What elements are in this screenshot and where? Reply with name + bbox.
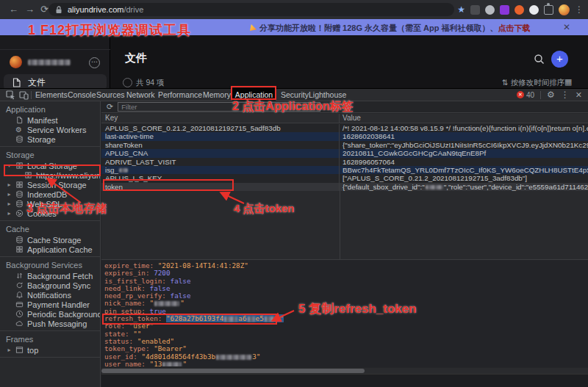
- sidebar-item-cache-storage[interactable]: Cache Storage: [0, 235, 100, 245]
- annotation-step2: 2 点击Application标签: [232, 99, 353, 115]
- device-toolbar-icon[interactable]: [19, 90, 29, 100]
- user-avatar[interactable]: [10, 56, 22, 68]
- banner-main-text: 分享功能开放啦！附赠 128G 永久容量（需至 App 福利社领取）、: [259, 23, 498, 32]
- preview-entry-state[interactable]: state: "": [104, 330, 588, 338]
- address-bar[interactable]: aliyundrive.com/drive: [49, 3, 454, 16]
- table-row-aplus-s-core-0-21-2-20210812192715-5adf83db[interactable]: APLUS_S_CORE_0.21.2_20210812192715_5adf8…: [101, 124, 588, 132]
- devtools-controls: ✕40 ⚙ ⋮ ✕: [517, 89, 582, 101]
- text-fragment: "2021-08-14T14:41:28Z": [158, 261, 248, 270]
- sidebar-item-notifications[interactable]: Notifications: [0, 290, 100, 300]
- table-header: Key Value: [101, 114, 588, 123]
- error-count: 40: [526, 91, 534, 99]
- refresh-icon[interactable]: ⟳: [107, 102, 113, 112]
- search-icon[interactable]: [534, 54, 545, 65]
- divider: [31, 91, 32, 99]
- devtools-tab-elements[interactable]: Elements: [35, 89, 68, 101]
- forward-icon[interactable]: →: [25, 3, 35, 16]
- sidebar-item-periodic-background-sync[interactable]: Periodic Background Sync: [0, 309, 100, 319]
- annotation-box-refresh-token: [102, 314, 277, 325]
- text-fragment: isg_: [105, 166, 118, 174]
- sidebar-item-background-sync[interactable]: Background Sync: [0, 281, 100, 290]
- add-button[interactable]: +: [551, 51, 568, 68]
- annotation-box-localstorage-url: [4, 164, 101, 176]
- back-icon[interactable]: ←: [9, 3, 18, 16]
- extensions-puzzle-icon[interactable]: [544, 5, 553, 15]
- sort-control[interactable]: ⇅ 按修改时间排序: [502, 78, 564, 88]
- sidebar-item-label: Payment Handler: [27, 300, 90, 309]
- cell-key: APLUS_CNA: [101, 149, 340, 157]
- annotation-step5: 5 复制refresh_token: [298, 300, 417, 317]
- item-count: 共 94 项: [136, 78, 165, 88]
- devtools-tab-memory[interactable]: Memory: [203, 89, 231, 101]
- expand-arrow-icon[interactable]: ▸: [6, 181, 12, 188]
- grid-icon: [15, 181, 24, 189]
- sidebar-item-background-fetch[interactable]: Background Fetch: [0, 271, 100, 281]
- settings-gear-icon[interactable]: ⚙: [547, 90, 555, 100]
- reload-icon[interactable]: ⟳: [40, 3, 49, 16]
- sidebar-item-storage[interactable]: Storage: [0, 134, 100, 144]
- select-all-checkbox[interactable]: [123, 78, 132, 87]
- toolbar-icons: ★ ⋮: [457, 0, 584, 19]
- expand-arrow-icon[interactable]: ▸: [6, 200, 12, 207]
- table-row-sharetoken[interactable]: shareToken{"share_token":"eyJhbGciOiJSUz…: [101, 141, 588, 149]
- preview-entry-is-first-login[interactable]: is_first_login: false: [104, 278, 588, 285]
- cell-value: ["APLUS_S_CORE_0.21.2_20210812192715_3ad…: [340, 174, 588, 182]
- sidebar-section-title: Frames: [0, 333, 100, 345]
- inspect-element-icon[interactable]: [6, 90, 15, 100]
- column-header-value[interactable]: Value: [340, 114, 588, 123]
- expand-arrow-icon[interactable]: ▸: [6, 210, 12, 217]
- sidebar-item-push-messaging[interactable]: Push Messaging: [0, 319, 100, 328]
- devtools-close-icon[interactable]: ✕: [576, 90, 582, 100]
- error-badge[interactable]: ✕40: [517, 91, 534, 99]
- sync-icon: [15, 281, 24, 289]
- expand-arrow-icon[interactable]: ▸: [6, 347, 12, 353]
- sidebar-item-session-storage[interactable]: ▸Session Storage: [0, 180, 100, 189]
- extension-icon[interactable]: [500, 5, 509, 15]
- file-icon: [12, 78, 21, 87]
- table-row-last-active-time[interactable]: last-active-time1628602038641: [101, 132, 588, 140]
- sidebar-item-payment-handler[interactable]: Payment Handler: [0, 300, 100, 309]
- scrollbar-thumb[interactable]: [101, 369, 365, 373]
- sidebar-item-manifest[interactable]: Manifest: [0, 115, 100, 125]
- browser-menu-icon[interactable]: ⋮: [575, 4, 584, 15]
- devtools-tab-network[interactable]: Network: [126, 89, 155, 101]
- sidebar-item-label: Notifications: [27, 291, 71, 300]
- preview-entry-user-name[interactable]: user_name: "13": [104, 361, 588, 366]
- db-icon: [15, 200, 24, 208]
- extension-icon[interactable]: [529, 5, 539, 15]
- sidebar-item-indexeddb[interactable]: ▸IndexedDB: [0, 189, 100, 199]
- column-header-key[interactable]: Key: [101, 114, 340, 123]
- banner-close-icon[interactable]: ✕: [563, 22, 570, 32]
- devtools-tab-performance[interactable]: Performance: [158, 89, 202, 101]
- browser-toolbar: ← → ⟳ aliyundrive.com/drive ★ ⋮: [0, 0, 588, 19]
- browser-profile-avatar[interactable]: [559, 4, 570, 15]
- devtools-menu-icon[interactable]: ⋮: [561, 90, 570, 100]
- extension-icon[interactable]: [470, 5, 480, 15]
- url-host: aliyundrive.com: [68, 5, 123, 14]
- preview-value: "2021-08-14T14:41:28Z": [158, 261, 248, 270]
- horizontal-scrollbar[interactable]: [101, 368, 588, 374]
- banner-download-link[interactable]: 点击下载: [498, 23, 531, 32]
- text-fragment: 3": [252, 352, 260, 361]
- sidebar-section-title: Application: [0, 104, 100, 115]
- expand-arrow-icon[interactable]: ▸: [6, 191, 12, 198]
- sidebar-item-files[interactable]: 文件: [4, 74, 107, 88]
- grid-view-icon[interactable]: ▦: [564, 77, 572, 87]
- sidebar-item-label: Periodic Background Sync: [27, 310, 101, 319]
- extension-icon[interactable]: [485, 5, 495, 15]
- site-content: ⋯ 文件 文件 + 共 94 项 ⇅ 按修改时间排序 ▦: [0, 35, 588, 88]
- sidebar-item-service-workers[interactable]: ⚙Service Workers: [0, 125, 100, 134]
- table-row-aplus-cna[interactable]: APLUS_CNA20210811_CGwkGGcGHCgCAaN9tqEnE8…: [101, 149, 588, 157]
- username-redacted: [28, 59, 71, 65]
- table-row-adrive-last-visit[interactable]: ADRIVE_LAST_VISIT1628996057064: [101, 158, 588, 166]
- bookmark-star-icon[interactable]: ★: [457, 4, 465, 15]
- sidebar-item-application-cache[interactable]: Application Cache: [0, 245, 100, 254]
- sidebar-item-top[interactable]: ▸top: [0, 345, 100, 355]
- table-row-isg[interactable]: isg_BBwc7h4FkTetamQS_YRL0Dmf7TzOIcC_If0K…: [101, 166, 588, 174]
- devtools-tab-sources[interactable]: Sources: [96, 89, 125, 101]
- url-path: /drive: [123, 5, 143, 14]
- devtools-tab-console[interactable]: Console: [68, 89, 96, 101]
- preview-entry-expire-time[interactable]: expire_time: "2021-08-14T14:41:28Z": [104, 262, 588, 270]
- extension-icon[interactable]: [514, 5, 524, 15]
- account-menu-icon[interactable]: ⋯: [89, 57, 100, 68]
